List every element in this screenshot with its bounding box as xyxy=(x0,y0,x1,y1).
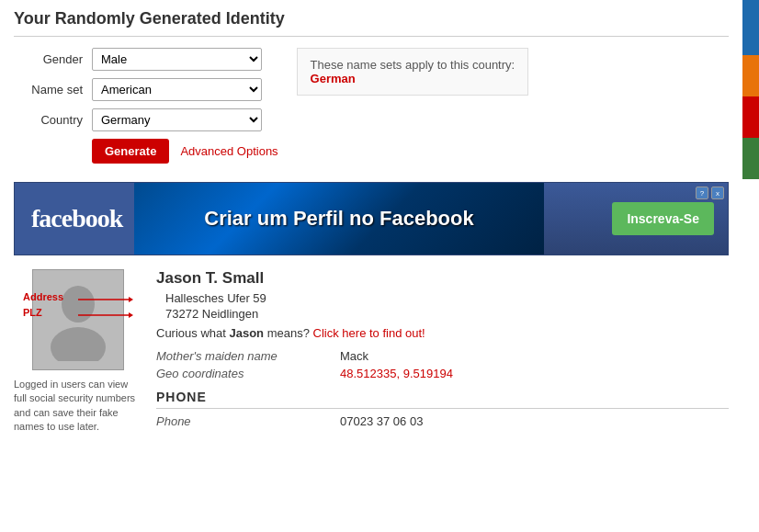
geo-label: Geo coordinates xyxy=(156,367,340,380)
address-line1: Hallesches Ufer 59 xyxy=(165,291,266,305)
name-set-info-box: These name sets apply to this country: G… xyxy=(297,48,529,96)
person-name: Jason T. Small xyxy=(156,269,729,288)
phone-label: Phone xyxy=(156,414,340,428)
maiden-name-value: Mack xyxy=(340,349,368,363)
sidebar-green[interactable] xyxy=(742,138,759,179)
logged-in-note: Logged in users can view full social sec… xyxy=(14,378,142,435)
phone-header: PHONE xyxy=(156,390,729,409)
svg-marker-5 xyxy=(129,312,133,318)
address-arrow xyxy=(78,293,133,306)
address-annotation: Address xyxy=(23,291,63,302)
info-table: Mother's maiden name Mack Geo coordinate… xyxy=(156,349,729,380)
sidebar-blue[interactable] xyxy=(742,0,759,55)
plz-arrow xyxy=(78,309,133,322)
sidebar-red[interactable] xyxy=(742,96,759,138)
curious-pre: Curious what xyxy=(156,326,229,340)
geo-row: Geo coordinates 48.512335, 9.519194 xyxy=(156,367,729,380)
svg-point-1 xyxy=(51,327,106,361)
facebook-logo: facebook xyxy=(15,204,139,233)
geo-value: 48.512335, 9.519194 xyxy=(340,367,453,380)
phone-row: Phone 07023 37 06 03 xyxy=(156,414,729,428)
ad-background: Criar um Perfil no Facebook xyxy=(134,183,544,255)
ad-close-icon[interactable]: ? xyxy=(696,187,708,199)
ad-signup-button[interactable]: Inscreva-Se xyxy=(612,202,714,235)
facebook-ad-banner: ? x facebook Criar um Perfil no Facebook… xyxy=(14,182,729,255)
profile-section: Logged in users can view full social sec… xyxy=(14,269,729,435)
page-title: Your Randomly Generated Identity xyxy=(14,9,729,37)
name-set-country: German xyxy=(311,72,356,85)
address-line2: 73272 Neidlingen xyxy=(165,307,258,321)
generate-button[interactable]: Generate xyxy=(92,139,169,164)
sidebar-orange[interactable] xyxy=(742,55,759,96)
name-set-info-text: These name sets apply to this country: xyxy=(311,58,515,72)
ad-text: Criar um Perfil no Facebook xyxy=(204,207,473,231)
maiden-name-row: Mother's maiden name Mack xyxy=(156,349,729,363)
phone-section: PHONE Phone 07023 37 06 03 xyxy=(156,390,729,428)
maiden-name-label: Mother's maiden name xyxy=(156,349,340,363)
country-label: Country xyxy=(14,113,83,127)
curious-post: means? xyxy=(264,326,310,340)
curious-line: Curious what Jason means? Click here to … xyxy=(156,326,729,340)
advanced-options-link[interactable]: Advanced Options xyxy=(180,144,278,158)
curious-find-out-link[interactable]: Click here to find out! xyxy=(313,326,425,340)
gender-select[interactable]: Male Female xyxy=(92,48,262,71)
phone-value: 07023 37 06 03 xyxy=(340,414,423,428)
svg-marker-3 xyxy=(129,297,133,302)
nameset-select[interactable]: American German French xyxy=(92,78,262,101)
right-sidebar xyxy=(742,0,759,458)
gender-label: Gender xyxy=(14,52,83,66)
ad-x-icon[interactable]: x xyxy=(711,187,724,199)
country-select[interactable]: Germany USA France xyxy=(92,108,262,131)
nameset-label: Name set xyxy=(14,83,83,96)
curious-name: Jason xyxy=(229,326,264,340)
identity-details: Jason T. Small Address Hallesches Ufer 5… xyxy=(156,269,729,435)
plz-annotation: PLZ xyxy=(23,307,42,318)
